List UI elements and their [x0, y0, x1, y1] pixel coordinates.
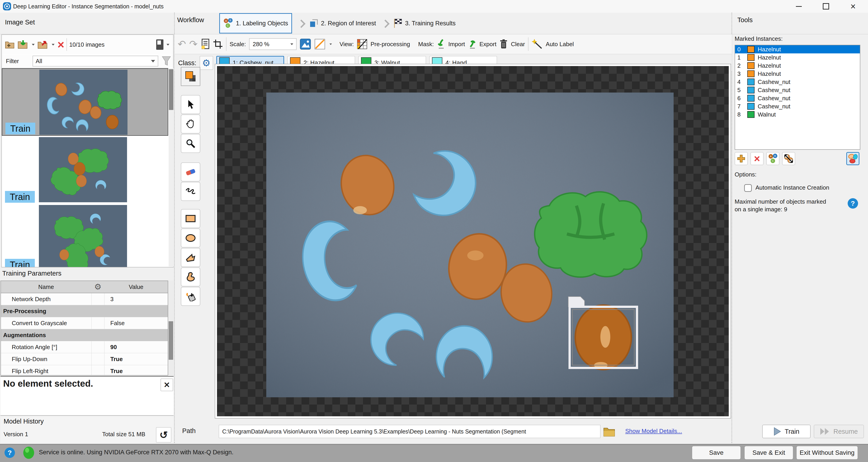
polygon-tool[interactable] — [181, 248, 200, 267]
close-selection-panel-button[interactable]: ✕ — [160, 378, 173, 391]
export-images-caret[interactable] — [52, 44, 55, 46]
tab-training-results[interactable]: 3. Training Results — [393, 13, 456, 33]
instance-row-4[interactable]: 4Cashew_nut — [735, 78, 860, 86]
preprocessing-label[interactable]: Pre-processing — [370, 41, 410, 48]
import-images-caret[interactable] — [32, 44, 35, 46]
thumbnail-scrollbar[interactable] — [168, 68, 174, 266]
auto-label-icon[interactable] — [532, 39, 542, 49]
instance-row-0[interactable]: 0Hazelnut — [735, 45, 860, 53]
class-settings-button[interactable]: ⚙ — [199, 56, 213, 70]
image-view-icon[interactable] — [300, 38, 311, 50]
help-icon[interactable]: ? — [4, 447, 15, 458]
redo-icon[interactable]: ↷ — [189, 39, 197, 49]
delete-instance-button[interactable]: × — [750, 152, 764, 165]
browse-path-button[interactable] — [602, 425, 616, 438]
scrollbar-thumb[interactable] — [169, 69, 174, 110]
annotations-icon[interactable] — [201, 39, 210, 50]
fast-forward-icon — [820, 428, 830, 435]
help-icon[interactable]: ? — [848, 198, 858, 209]
add-folder-button[interactable] — [5, 40, 16, 49]
train-button[interactable]: Train — [762, 425, 811, 438]
instance-color-swatch — [747, 111, 754, 118]
export-mask-label[interactable]: Export — [479, 41, 496, 48]
table-header-row: Name ⚙ Value — [1, 281, 168, 293]
blob-tool[interactable] — [181, 267, 200, 286]
resume-button[interactable]: Resume — [814, 425, 864, 438]
right-splitter[interactable] — [732, 13, 733, 443]
instance-row-8[interactable]: 8Walnut — [735, 110, 860, 119]
instance-row-6[interactable]: 6Cashew_nut — [735, 94, 860, 102]
walnut-instance-8 — [535, 192, 647, 277]
filter-combo[interactable]: All — [33, 56, 158, 66]
split-instances-button[interactable] — [782, 152, 795, 165]
instance-row-1[interactable]: 1Hazelnut — [735, 53, 860, 61]
mask-display-tool[interactable] — [181, 67, 200, 86]
undo-icon[interactable]: ↶ — [178, 39, 186, 49]
scale-combo[interactable]: 280 % — [249, 38, 297, 50]
thumbnail-train-1[interactable]: Train — [2, 68, 168, 136]
instance-row-3[interactable]: 3Hazelnut — [735, 70, 860, 78]
auto-label-label[interactable]: Auto Label — [546, 41, 574, 48]
instance-row-7[interactable]: 7Cashew_nut — [735, 102, 860, 110]
clear-mask-label[interactable]: Clear — [511, 41, 525, 48]
freehand-draw-tool[interactable] — [181, 182, 200, 201]
crop-icon[interactable] — [213, 39, 223, 49]
select-tool[interactable] — [181, 95, 200, 114]
delete-images-button[interactable]: × — [57, 40, 64, 49]
scale-caret — [290, 43, 293, 45]
scrollbar-thumb[interactable] — [168, 321, 173, 360]
import-images-button[interactable] — [18, 40, 29, 49]
param-row-network-depth[interactable]: Network Depth 3 — [1, 293, 168, 305]
automatic-instance-label[interactable]: Automatic Instance Creation — [755, 184, 829, 191]
param-row-flip-ud[interactable]: Flip Up-Down True — [1, 353, 168, 365]
funnel-icon[interactable] — [161, 56, 171, 66]
mask-opacity-icon[interactable] — [314, 38, 326, 50]
eraser-tool[interactable] — [181, 163, 200, 181]
show-model-details-link[interactable]: Show Model Details... — [625, 428, 682, 435]
thumbnail-train-2[interactable]: Train — [2, 136, 168, 204]
minimize-button[interactable] — [788, 0, 809, 13]
tab-labeling-objects[interactable]: A B C 1. Labeling Objects — [219, 13, 292, 33]
service-status-message: Service is online. Using NVIDIA GeForce … — [39, 449, 234, 456]
param-row-flip-lr[interactable]: Flip Left-Right True — [1, 365, 168, 376]
exit-without-saving-button[interactable]: Exit Without Saving — [797, 446, 858, 459]
add-instance-button[interactable] — [735, 152, 748, 165]
nuts-image[interactable] — [266, 92, 674, 397]
clear-mask-icon[interactable] — [500, 39, 508, 49]
ellipse-icon — [185, 233, 196, 242]
automatic-instance-checkbox[interactable] — [744, 184, 752, 192]
tab-region-of-interest[interactable]: 2. Region of Interest — [309, 13, 376, 33]
restore-version-button[interactable]: ↺ — [156, 427, 171, 442]
save-button[interactable]: Save — [692, 446, 741, 459]
maximize-button[interactable] — [815, 0, 836, 13]
export-images-button[interactable] — [37, 40, 49, 49]
path-input[interactable]: C:\ProgramData\Aurora Vision\Aurora Visi… — [219, 425, 600, 438]
param-row-grayscale[interactable]: Convert to Grayscale False — [1, 317, 168, 329]
instance-row-2[interactable]: 2Hazelnut — [735, 61, 860, 70]
left-splitter[interactable] — [174, 13, 176, 443]
fill-tool[interactable] — [181, 287, 200, 306]
export-mask-icon[interactable] — [468, 39, 476, 49]
change-class-button[interactable]: A B C — [766, 152, 779, 165]
display-mode-button[interactable] — [156, 39, 164, 50]
preprocessing-icon[interactable] — [357, 39, 367, 49]
zoom-tool[interactable] — [181, 134, 200, 153]
ellipse-tool[interactable] — [181, 229, 200, 248]
instances-visibility-icon — [848, 154, 858, 164]
instance-row-5[interactable]: 5Cashew_nut — [735, 86, 860, 94]
import-mask-label[interactable]: Import — [448, 41, 465, 48]
labeling-canvas[interactable] — [215, 64, 731, 418]
close-button[interactable]: × — [843, 0, 864, 13]
thumbnail-train-3[interactable]: Train — [2, 204, 168, 267]
import-mask-icon[interactable] — [437, 39, 445, 49]
region-of-interest-icon — [309, 19, 318, 28]
fill-bucket-icon — [185, 291, 196, 301]
pan-tool[interactable] — [181, 114, 200, 134]
display-mode-caret[interactable] — [166, 44, 169, 46]
rectangle-tool[interactable] — [181, 209, 200, 228]
save-and-exit-button[interactable]: Save & Exit — [745, 446, 793, 459]
abc-classes-icon: A B C — [768, 154, 778, 164]
param-row-rotation[interactable]: Rotation Angle [°] 90 — [1, 341, 168, 353]
mask-opacity-caret[interactable] — [330, 44, 332, 45]
show-instances-toggle[interactable] — [846, 152, 860, 165]
